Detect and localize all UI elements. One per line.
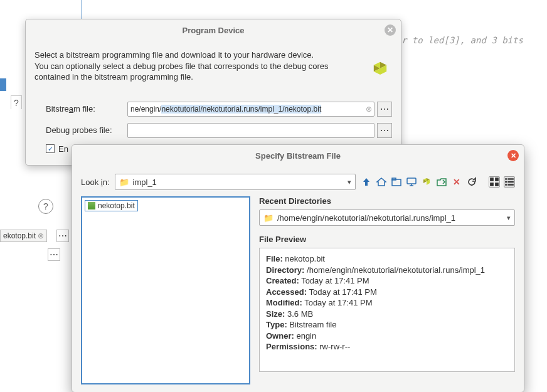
chevron-down-icon: ▾ bbox=[507, 214, 511, 222]
close-button[interactable]: ✕ bbox=[507, 150, 519, 161]
xilinx-logo-icon bbox=[369, 61, 391, 82]
left-accent bbox=[0, 78, 6, 91]
new-folder-icon[interactable] bbox=[436, 176, 447, 188]
recent-dirs-dropdown[interactable]: 📁 /home/engin/nekotutorial/nekotutorial.… bbox=[259, 209, 515, 226]
svg-rect-16 bbox=[505, 178, 507, 179]
more-button[interactable]: ⋯ bbox=[48, 248, 60, 261]
bitstream-selected-text: nekotutorial/nekotutorial.runs/impl_1/ne… bbox=[161, 105, 321, 114]
program-device-dialog: Program Device ✕ Select a bitstream prog… bbox=[25, 19, 401, 166]
lookin-label: Look in: bbox=[81, 177, 110, 187]
close-button[interactable]: ✕ bbox=[385, 24, 396, 36]
bitstream-label: Bitstream file: bbox=[46, 104, 127, 114]
refresh-icon[interactable] bbox=[466, 176, 477, 188]
svg-rect-12 bbox=[490, 177, 494, 181]
tab-overflow-button[interactable]: ⋯ bbox=[56, 230, 69, 242]
browse-bitstream-button[interactable]: ⋯ bbox=[377, 102, 392, 117]
preview-perm-label: Permissions: bbox=[266, 342, 317, 351]
preview-dir: /home/engin/nekotutorial/nekotutorial.ru… bbox=[307, 265, 485, 275]
home-icon[interactable] bbox=[376, 176, 387, 188]
preview-perm: rw-rw-r-- bbox=[319, 342, 350, 351]
bitstream-prefix: ne/engin/ bbox=[130, 105, 161, 114]
svg-rect-14 bbox=[490, 183, 494, 186]
dialog-title: Specify Bitstream File bbox=[255, 151, 341, 161]
preview-dir-label: Directory: bbox=[266, 265, 304, 275]
preview-created-label: Created: bbox=[266, 276, 299, 285]
dialog-title-bar: Specify Bitstream File ✕ bbox=[72, 145, 524, 166]
desktop-icon[interactable] bbox=[406, 176, 417, 188]
lookin-dropdown[interactable]: 📁 impl_1 ▾ bbox=[115, 174, 356, 190]
debug-probes-input[interactable] bbox=[127, 123, 374, 138]
preview-owner-label: Owner: bbox=[266, 331, 294, 341]
preview-created: Today at 17:41 PM bbox=[301, 276, 369, 285]
delete-icon[interactable]: ✕ bbox=[451, 176, 462, 188]
dialog-title-bar: Program Device ✕ bbox=[26, 19, 401, 41]
svg-rect-7 bbox=[407, 178, 416, 184]
debug-probes-label: Debug probes file: bbox=[46, 125, 127, 135]
preview-accessed-label: Accessed: bbox=[266, 287, 307, 297]
svg-rect-20 bbox=[505, 184, 507, 185]
browse-debug-button[interactable]: ⋯ bbox=[377, 123, 392, 138]
file-dialog-toolbar: Look in: 📁 impl_1 ▾ bbox=[81, 174, 515, 190]
preview-type: Bitstream file bbox=[289, 320, 336, 329]
file-preview-title: File Preview bbox=[259, 235, 515, 244]
file-tab-label: ekotop.bit bbox=[3, 231, 36, 240]
file-tab[interactable]: ekotop.bit ⊗ bbox=[0, 230, 47, 242]
recent-dir-value: /home/engin/nekotutorial/nekotutorial.ru… bbox=[277, 213, 455, 223]
preview-modified-label: Modified: bbox=[266, 298, 302, 307]
enable-label: En bbox=[58, 144, 68, 154]
file-item-selected[interactable]: nekotop.bit bbox=[85, 200, 138, 211]
svg-rect-21 bbox=[508, 184, 514, 185]
svg-rect-15 bbox=[495, 183, 499, 186]
clear-icon[interactable]: ⊗ bbox=[366, 105, 372, 114]
preview-modified: Today at 17:41 PM bbox=[304, 298, 372, 307]
close-icon[interactable]: ⊗ bbox=[38, 231, 44, 240]
help-icon[interactable]: ? bbox=[38, 199, 53, 214]
file-list[interactable]: nekotop.bit bbox=[81, 196, 250, 384]
lookin-value: impl_1 bbox=[133, 177, 157, 187]
xilinx-icon[interactable] bbox=[421, 176, 432, 188]
preview-owner: engin bbox=[296, 331, 316, 341]
recent-dirs-title: Recent Directories bbox=[259, 196, 515, 206]
bitstream-file-input[interactable]: ne/engin/nekotutorial/nekotutorial.runs/… bbox=[127, 102, 374, 117]
svg-rect-13 bbox=[495, 177, 499, 181]
preview-accessed: Today at 17:41 PM bbox=[309, 287, 376, 297]
chevron-down-icon: ▾ bbox=[348, 178, 351, 186]
svg-rect-17 bbox=[508, 178, 514, 179]
svg-rect-18 bbox=[505, 181, 507, 183]
dialog-title: Program Device bbox=[183, 26, 245, 35]
preview-size-label: Size: bbox=[266, 309, 285, 319]
file-item-label: nekotop.bit bbox=[98, 201, 135, 210]
specify-bitstream-dialog: Specify Bitstream File ✕ Look in: 📁 impl… bbox=[72, 144, 524, 392]
up-arrow-icon[interactable] bbox=[361, 176, 372, 188]
preview-file: nekotop.bit bbox=[285, 254, 325, 263]
file-preview-panel: File: nekotop.bit Directory: /home/engin… bbox=[259, 248, 515, 372]
enable-checkbox[interactable]: ✓ bbox=[46, 144, 55, 153]
list-view-button[interactable] bbox=[504, 176, 515, 188]
preview-file-label: File: bbox=[266, 254, 283, 263]
preview-type-label: Type: bbox=[266, 320, 287, 329]
folder-icon: 📁 bbox=[263, 213, 274, 223]
preview-size: 3.6 MB bbox=[287, 309, 313, 319]
dialog-description: Select a bitstream programming file and … bbox=[35, 50, 329, 83]
bitstream-file-icon bbox=[88, 202, 95, 209]
folder-icon: 📁 bbox=[119, 177, 129, 187]
grid-view-button[interactable] bbox=[489, 176, 500, 188]
folder-icon[interactable] bbox=[391, 176, 402, 188]
help-tab[interactable]: ? bbox=[11, 95, 22, 109]
svg-rect-19 bbox=[508, 181, 514, 183]
code-comment: r to led[3], and 3 bits bbox=[401, 35, 523, 45]
